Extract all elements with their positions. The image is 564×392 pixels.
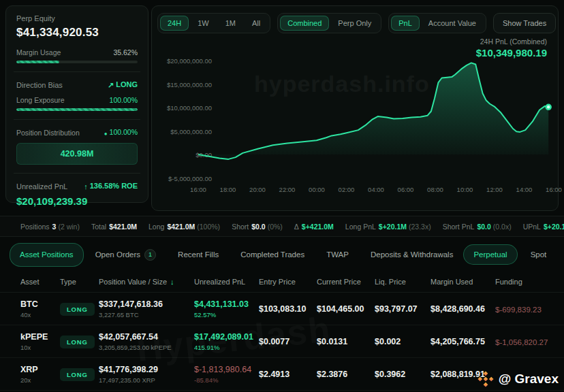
tab-label: TWAP [326, 250, 349, 259]
mode-combined[interactable]: Combined [280, 16, 329, 31]
liq-value: $93,797.07 [375, 304, 430, 314]
metric-group: PnLAccount Value [388, 13, 486, 33]
column-header-label: Margin Used [430, 278, 473, 286]
range-1m[interactable]: 1M [218, 16, 243, 31]
tab-twap[interactable]: TWAP [316, 243, 359, 267]
tab-label: Asset Positions [20, 250, 74, 259]
summary-positions: Positions3(2 win) [20, 223, 80, 231]
trend-up-icon: ↗ [108, 81, 114, 90]
entry-price-cell: $103,083.10 [259, 304, 317, 314]
asset-cell: kPEPE10x [20, 332, 60, 351]
position-value-cell: $41,776,398.2917,497,235.00 XRP [99, 365, 194, 384]
long-exposure-bar [16, 108, 138, 111]
unrealized-pnl-pct: 415.91% [194, 344, 259, 351]
long-badge: LONG [60, 303, 95, 316]
summary-value: $421.0M [109, 223, 137, 231]
column-header-label: Position Value / Size [99, 278, 167, 286]
column-header-label: Entry Price [259, 278, 296, 286]
asset-leverage: 40x [20, 311, 60, 318]
show-trades-button[interactable]: Show Trades [493, 13, 556, 33]
pnl-readout-label: 24H PnL (Combined) [476, 37, 547, 46]
tab-spot[interactable]: Spot [520, 244, 557, 265]
column-header-liq-price[interactable]: Liq. Price [375, 278, 430, 286]
tab-deposits-withdrawals[interactable]: Deposits & Withdrawals [360, 243, 463, 267]
direction-bias-value: LONG [116, 80, 138, 88]
column-header-label: Unrealized PnL [194, 278, 245, 286]
tab-recent-fills[interactable]: Recent Fills [168, 243, 229, 267]
position-size: 3,227.65 BTC [99, 311, 194, 318]
tab-perpetual[interactable]: Perpetual [463, 244, 517, 265]
asset-symbol: kPEPE [20, 332, 60, 342]
tab-open-orders[interactable]: Open Orders1 [85, 243, 166, 267]
current-price-cell: $2.3876 [317, 370, 375, 379]
summary-: Δ$+421.0M [294, 223, 334, 231]
table-row-btc[interactable]: BTC40xLONG$337,147,618.363,227.65 BTC$4,… [0, 293, 564, 325]
column-header-funding[interactable]: Funding [495, 278, 564, 286]
summary-value: $+421.0M [302, 223, 334, 231]
column-header-label: Current Price [317, 278, 361, 286]
table-row-kpepe[interactable]: kPEPE10xLONG$42,057,667.543,205,859,253.… [0, 325, 564, 358]
long-exposure-value: 100.00% [110, 96, 138, 104]
current-price-cell: $104,465.00 [317, 304, 375, 314]
summary-extra: (0.0x) [493, 223, 512, 231]
asset-leverage: 10x [20, 344, 60, 351]
pnl-area-fill [198, 63, 548, 159]
combine-mode-group: CombinedPerp Only [277, 13, 381, 33]
margin-value: $4,205,766.75 [430, 337, 495, 346]
asset-leverage: 20x [20, 376, 60, 384]
column-header-current-price[interactable]: Current Price [317, 278, 375, 286]
funding-value: $-1,056,820.27 [495, 338, 548, 346]
position-size: 17,497,235.00 XRP [99, 376, 194, 384]
distribution-bar-value: 420.98M [61, 149, 94, 159]
gravex-text: @ Gravex [499, 372, 559, 387]
column-header-label: Funding [495, 278, 522, 286]
current-price-cell: $0.0131 [317, 337, 375, 346]
asset-symbol: BTC [20, 299, 60, 309]
column-header-label: Asset [20, 278, 40, 286]
summary-total: Total$421.0M [91, 223, 137, 231]
liq-price-cell: $93,797.07 [375, 304, 430, 314]
metric-account-value[interactable]: Account Value [421, 16, 484, 31]
liq-value: $0.3962 [375, 370, 430, 379]
summary-label: Short PnL [443, 223, 475, 231]
column-header-asset[interactable]: Asset [20, 278, 60, 286]
perp-equity-label: Perp Equity [16, 14, 138, 22]
metric-pnl[interactable]: PnL [391, 16, 420, 31]
position-value: $42,057,667.54 [99, 332, 194, 342]
column-header-position-value-size[interactable]: Position Value / Size↓ [99, 278, 194, 286]
summary-long-pnl: Long PnL$+20.1M(23.3x) [345, 223, 431, 231]
pnl-chart-panel: 24H1W1MAll CombinedPerp Only PnLAccount … [151, 5, 559, 211]
range-24h[interactable]: 24H [160, 16, 189, 31]
funding-value: $-699,839.23 [495, 306, 542, 314]
column-header-unrealized-pnl[interactable]: Unrealized PnL [194, 278, 259, 286]
column-header-type[interactable]: Type [60, 278, 99, 286]
unrealized-pnl-value: $-1,813,980.64 [194, 365, 259, 374]
summary-label: Short [232, 223, 249, 231]
range-all[interactable]: All [245, 16, 268, 31]
pnl-area-chart[interactable] [198, 56, 554, 193]
long-badge: LONG [60, 368, 95, 381]
column-header-margin-used[interactable]: Margin Used [430, 278, 495, 286]
unrealized-pnl-value: $20,109,239.39 [16, 195, 138, 207]
tab-completed-trades[interactable]: Completed Trades [230, 243, 315, 267]
summary-label: Long PnL [345, 223, 376, 231]
margin-price-cell: $4,205,766.75 [430, 337, 495, 346]
summary-label: Total [91, 223, 106, 231]
account-stats-panel: Perp Equity $41,334,920.53 Margin Usage … [5, 5, 148, 203]
funding-cell: $-699,839.23 [495, 303, 564, 315]
tab-asset-positions[interactable]: Asset Positions [10, 243, 84, 267]
asset-cell: BTC40x [20, 299, 60, 318]
tab-label: Completed Trades [240, 250, 304, 259]
mode-perp-only[interactable]: Perp Only [330, 16, 379, 31]
margin-value: $8,428,690.46 [430, 304, 495, 314]
range-1w[interactable]: 1W [190, 16, 217, 31]
roe-value: 136.58% ROE [90, 182, 138, 190]
distribution-bar[interactable]: 420.98M [16, 143, 138, 165]
unrealized-pnl-label: Unrealized PnL [16, 182, 67, 191]
margin-price-cell: $8,428,690.46 [430, 304, 495, 314]
liq-value: $0.002 [375, 337, 430, 346]
column-header-entry-price[interactable]: Entry Price [259, 278, 317, 286]
current-value: $2.3876 [317, 370, 375, 379]
positions-tabs: Asset PositionsOpen Orders1Recent FillsC… [0, 240, 564, 270]
margin-usage-value: 35.62% [113, 48, 138, 56]
